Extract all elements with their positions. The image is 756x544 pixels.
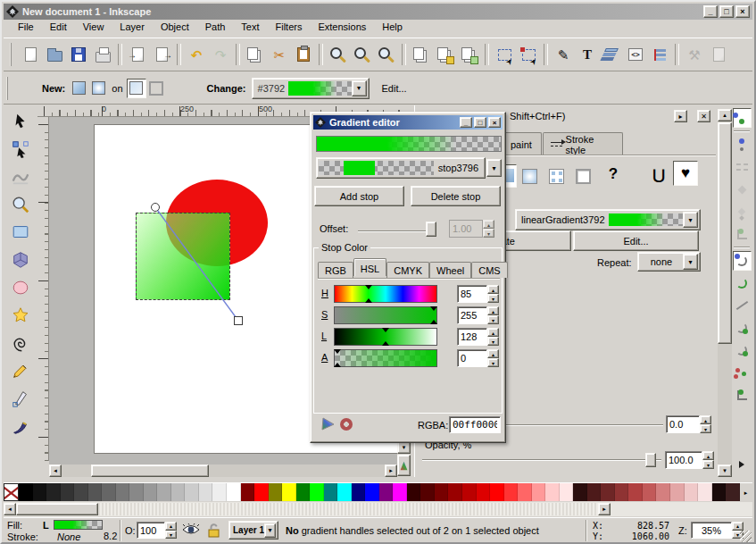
dialog-maximize-button[interactable]: □ (474, 117, 486, 128)
snap-paths-button[interactable] (733, 273, 752, 293)
blur-spinner[interactable]: ▴▾ (700, 415, 711, 433)
palette-swatch[interactable] (685, 483, 699, 501)
palette-swatch[interactable] (726, 483, 740, 501)
l-slider-marker-icon[interactable] (382, 328, 389, 332)
menu-filters[interactable]: Filters (269, 21, 310, 33)
palette-swatch[interactable] (656, 483, 670, 501)
offset-slider[interactable] (358, 230, 436, 232)
zoom-drawing-button[interactable] (352, 43, 373, 66)
hscroll-thumb[interactable] (91, 464, 209, 477)
gradient-combo-arrow-icon[interactable]: ▾ (352, 80, 367, 96)
dock-scroll-up-icon[interactable]: ▴ (718, 109, 732, 121)
radial-gradient-button[interactable] (88, 79, 108, 98)
color-managed-view-button[interactable] (397, 455, 411, 476)
palette-swatch[interactable] (712, 483, 727, 501)
palette-swatch[interactable] (615, 483, 629, 501)
palette-swatch[interactable] (628, 483, 643, 501)
a-slider-marker-icon[interactable] (334, 363, 341, 367)
dock-float-button[interactable]: ▸ (674, 110, 687, 122)
gamut-warning-icon[interactable] (340, 418, 353, 431)
unlink-clone-button[interactable] (459, 43, 480, 66)
palette-swatch[interactable] (185, 483, 199, 501)
l-spinner[interactable]: ▴▾ (487, 328, 499, 346)
color-picker-triangle-icon[interactable] (321, 417, 336, 431)
palette-none-swatch[interactable] (4, 483, 19, 501)
tab-stroke-style[interactable]: Stroke style (543, 132, 623, 155)
snap-path-intersections-button[interactable] (733, 296, 752, 315)
spin-up-icon[interactable]: ▴ (700, 415, 711, 424)
tool-ellipse-button[interactable] (7, 275, 34, 300)
fill-radial-gradient-button[interactable] (519, 164, 540, 188)
tool-calligraphy-button[interactable] (7, 414, 34, 439)
palette-swatch[interactable] (212, 483, 227, 501)
palette-overflow-icon[interactable]: ▸ (740, 483, 752, 502)
new-document-button[interactable] (20, 43, 41, 66)
opacity-slider-thumb[interactable] (645, 453, 656, 467)
create-clone-button[interactable] (435, 43, 456, 66)
stroke-value[interactable]: None (57, 531, 80, 542)
l-value[interactable]: 128 (457, 328, 487, 346)
palette-swatch[interactable] (310, 483, 324, 501)
a-slider[interactable] (334, 349, 437, 367)
toolbar-gripper[interactable] (6, 77, 11, 100)
opacity-value[interactable]: 100.0 (665, 451, 702, 469)
palette-swatch[interactable] (33, 483, 47, 501)
repeat-combo-arrow-icon[interactable]: ▾ (683, 254, 698, 270)
h-slider[interactable] (334, 285, 437, 303)
tab-cmyk[interactable]: CMYK (386, 262, 429, 278)
stop-select-combo[interactable]: stop3796 (316, 157, 486, 179)
dock-close-button[interactable]: ✕ (697, 110, 710, 122)
object-opacity-value[interactable]: 100 (137, 522, 165, 539)
palette-swatch[interactable] (420, 483, 435, 501)
l-slider[interactable] (334, 328, 437, 346)
tool-select-button[interactable] (7, 109, 34, 134)
palette-swatch[interactable] (282, 483, 296, 501)
snap-smooth-nodes-button[interactable] (733, 340, 752, 360)
palette-swatch[interactable] (19, 483, 33, 501)
a-spinner[interactable]: ▴▾ (487, 349, 499, 367)
add-stop-button[interactable]: Add stop (314, 186, 404, 206)
tab-wheel[interactable]: Wheel (429, 262, 471, 278)
palette-swatch[interactable] (560, 483, 574, 501)
gradient-select-combo[interactable]: #3792 ▾ (252, 78, 370, 99)
text-dialog-button[interactable]: T (577, 43, 598, 66)
menu-file[interactable]: File (11, 21, 41, 33)
xml-editor-button[interactable]: <> (625, 43, 646, 66)
edit-gradient-button[interactable]: Edit... (377, 80, 412, 96)
palette-scroll-thumb[interactable] (16, 503, 98, 515)
layer-visibility-eye-icon[interactable] (182, 523, 200, 536)
open-document-button[interactable] (44, 43, 65, 66)
palette-swatch[interactable] (102, 483, 116, 501)
dialog-minimize-button[interactable]: _ (460, 117, 472, 128)
maximize-button[interactable]: □ (719, 5, 734, 18)
dock-scroll-down-icon[interactable]: ▾ (718, 464, 732, 477)
snap-nodes-button[interactable] (733, 251, 752, 271)
palette-swatch[interactable] (698, 483, 712, 501)
palette-swatch[interactable] (88, 483, 103, 501)
layers-dialog-button[interactable] (601, 43, 622, 66)
snap-bounding-box-button[interactable] (733, 135, 752, 155)
tab-hsl[interactable]: HSL (353, 258, 386, 276)
menu-extensions[interactable]: Extensions (311, 21, 373, 33)
tool-tweak-button[interactable] (7, 164, 34, 189)
edit-gradient-button-dock[interactable]: Edit... (573, 230, 699, 251)
palette-swatch[interactable] (477, 483, 491, 501)
palette-swatch[interactable] (462, 483, 477, 501)
fill-rule-evenodd-button[interactable]: ⋃ (647, 163, 670, 186)
fill-stroke-dialog-button[interactable]: ✎ (552, 43, 574, 66)
dock-gradient-combo[interactable]: linearGradient3792 ▾ (515, 209, 701, 230)
palette-swatch[interactable] (490, 483, 504, 501)
s-slider-marker-icon[interactable] (430, 306, 437, 311)
snapbar-overflow-button[interactable] (733, 455, 752, 474)
snap-object-centers-button[interactable] (733, 385, 752, 405)
snap-cusp-nodes-button[interactable] (733, 318, 752, 338)
scroll-right-icon[interactable]: ▸ (385, 464, 397, 477)
palette-swatch[interactable] (532, 483, 546, 501)
palette-swatch[interactable] (504, 483, 519, 501)
spin-up-icon[interactable]: ▴ (702, 451, 714, 460)
palette-swatch[interactable] (129, 483, 144, 501)
tab-cms[interactable]: CMS (471, 262, 507, 278)
spin-down-icon[interactable]: ▾ (702, 460, 714, 469)
palette-swatch[interactable] (324, 483, 338, 501)
palette-swatch[interactable] (144, 483, 158, 501)
